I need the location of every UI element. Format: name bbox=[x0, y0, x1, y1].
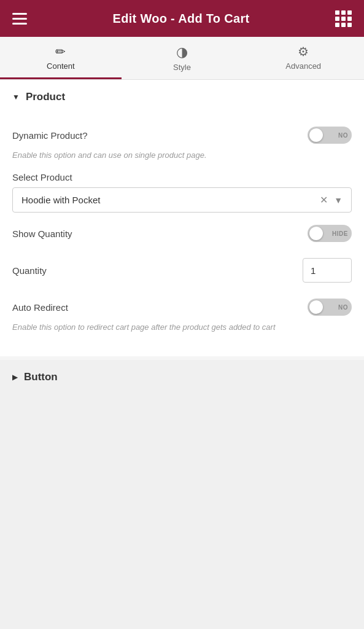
button-section-title: Button bbox=[24, 371, 58, 383]
select-arrow-icon: ▼ bbox=[334, 195, 343, 205]
product-section: ▼ Product Dynamic Product? NO Enable thi… bbox=[0, 80, 364, 356]
show-quantity-toggle[interactable]: HIDE bbox=[308, 225, 352, 242]
auto-redirect-row: Auto Redirect NO bbox=[12, 299, 352, 316]
auto-redirect-toggle[interactable]: NO bbox=[308, 299, 352, 316]
button-section: ▶ Button bbox=[0, 360, 364, 394]
style-icon: ◑ bbox=[176, 45, 188, 59]
show-quantity-label: Show Quantity bbox=[12, 229, 72, 239]
tab-style-label: Style bbox=[173, 63, 191, 72]
dynamic-product-label: Dynamic Product? bbox=[12, 130, 88, 141]
product-chevron-down-icon: ▼ bbox=[12, 93, 20, 101]
quantity-row: Quantity bbox=[12, 258, 352, 283]
tab-content-label: Content bbox=[47, 61, 75, 71]
header: Edit Woo - Add To Cart bbox=[0, 0, 364, 37]
select-product-dropdown[interactable]: Hoodie with Pocket ✕ ▼ bbox=[12, 187, 352, 213]
button-chevron-right-icon: ▶ bbox=[12, 373, 18, 381]
tab-bar: ✏ Content ◑ Style ⚙ Advanced bbox=[0, 37, 364, 80]
dynamic-product-hint: Enable this option and can use on single… bbox=[12, 150, 352, 161]
hamburger-menu-icon[interactable] bbox=[12, 13, 27, 25]
tab-advanced[interactable]: ⚙ Advanced bbox=[242, 37, 364, 79]
dynamic-product-toggle-state: NO bbox=[338, 132, 348, 139]
dynamic-product-row: Dynamic Product? NO bbox=[12, 127, 352, 144]
toggle-knob-quantity bbox=[309, 227, 323, 240]
show-quantity-row: Show Quantity HIDE bbox=[12, 225, 352, 242]
select-product-controls: ✕ ▼ bbox=[320, 194, 343, 206]
tab-content[interactable]: ✏ Content bbox=[0, 37, 122, 79]
product-section-header[interactable]: ▼ Product bbox=[0, 80, 364, 114]
quantity-input[interactable] bbox=[303, 258, 352, 283]
select-product-label: Select Product bbox=[12, 172, 352, 182]
select-product-value: Hoodie with Pocket bbox=[21, 195, 100, 205]
header-title: Edit Woo - Add To Cart bbox=[113, 12, 250, 26]
toggle-knob-redirect bbox=[309, 300, 323, 314]
product-section-title: Product bbox=[26, 91, 65, 103]
toggle-knob bbox=[309, 128, 323, 142]
tab-advanced-label: Advanced bbox=[285, 61, 321, 71]
main-content: ▼ Product Dynamic Product? NO Enable thi… bbox=[0, 80, 364, 394]
product-section-body: Dynamic Product? NO Enable this option a… bbox=[0, 114, 364, 356]
button-section-header[interactable]: ▶ Button bbox=[0, 360, 364, 394]
show-quantity-toggle-state: HIDE bbox=[332, 230, 348, 237]
tab-style[interactable]: ◑ Style bbox=[122, 37, 243, 79]
grid-apps-icon[interactable] bbox=[335, 10, 352, 27]
advanced-icon: ⚙ bbox=[298, 45, 309, 58]
quantity-label: Quantity bbox=[12, 265, 47, 276]
auto-redirect-toggle-state: NO bbox=[338, 304, 348, 311]
content-icon: ✏ bbox=[55, 45, 66, 58]
auto-redirect-hint: Enable this option to redirect cart page… bbox=[12, 322, 352, 333]
select-clear-icon[interactable]: ✕ bbox=[320, 194, 328, 206]
dynamic-product-toggle[interactable]: NO bbox=[308, 127, 352, 144]
auto-redirect-label: Auto Redirect bbox=[12, 302, 68, 313]
